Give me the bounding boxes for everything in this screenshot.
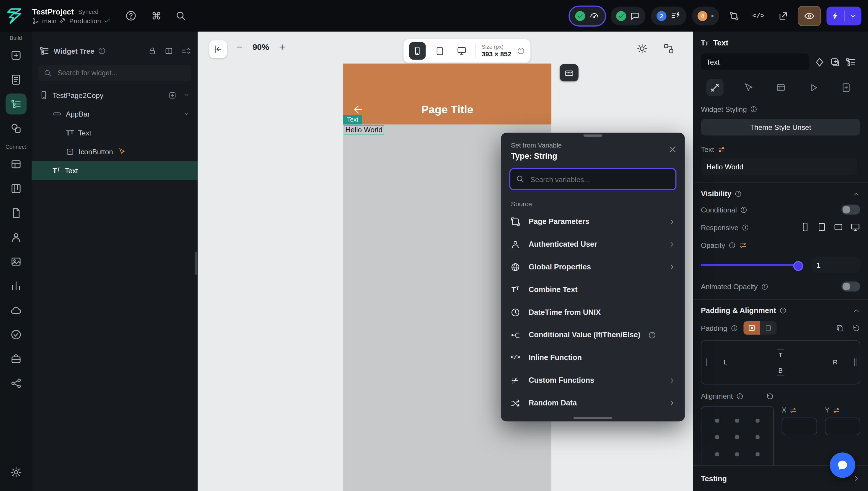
open-external-button[interactable] <box>773 6 792 25</box>
menu-item-authenticated-user[interactable]: Authenticated User <box>501 233 685 256</box>
zoom-level[interactable]: 90% <box>252 42 269 51</box>
modal-drag-handle[interactable] <box>584 134 602 136</box>
menu-item-inline-function[interactable]: </> Inline Function <box>501 346 685 369</box>
canvas-flow-icon[interactable] <box>663 43 674 54</box>
reset-padding-icon[interactable] <box>852 324 860 332</box>
layout-nav-icon[interactable] <box>3 176 28 201</box>
widget-name-input[interactable] <box>701 54 809 70</box>
info-icon[interactable] <box>779 307 786 314</box>
menu-item-conditional-value[interactable]: Conditional Value (If/Then/Else) <box>501 324 685 346</box>
testing-expand-icon[interactable] <box>852 474 860 482</box>
tree-row-text-selected[interactable]: TT Text <box>32 161 197 180</box>
padding-all-chip[interactable] <box>743 321 760 335</box>
support-chat-button[interactable] <box>830 452 855 478</box>
media-nav-icon[interactable] <box>3 249 28 273</box>
info-icon[interactable] <box>740 206 747 213</box>
branch-name[interactable]: main <box>42 17 56 25</box>
padding-left-field[interactable]: L <box>724 358 727 366</box>
panels-icon[interactable] <box>164 46 173 55</box>
responsive-desktop-icon[interactable] <box>850 222 860 232</box>
analytics-nav-icon[interactable] <box>3 274 28 298</box>
code-health-pill[interactable] <box>570 6 605 25</box>
issues-pill[interactable]: 4 <box>692 6 719 25</box>
padding-sides-chip[interactable] <box>760 321 777 335</box>
chevron-down-icon[interactable] <box>183 92 190 98</box>
widget-search-box[interactable] <box>38 65 191 81</box>
theme-diamond-button[interactable] <box>814 57 825 67</box>
close-icon[interactable] <box>668 145 677 154</box>
tree-row-iconbutton[interactable]: IconButton <box>32 142 197 161</box>
set-from-variable-icon[interactable] <box>832 406 840 414</box>
run-button[interactable] <box>826 6 861 25</box>
padding-bottom-field[interactable]: B <box>778 367 783 374</box>
branch-compare-button[interactable] <box>725 6 744 25</box>
opacity-slider-handle[interactable] <box>793 261 803 271</box>
keyboard-shortcuts-button[interactable] <box>560 64 578 81</box>
device-tablet-button[interactable] <box>431 42 448 60</box>
database-nav-icon[interactable] <box>3 152 28 176</box>
project-name[interactable]: TestProject <box>32 7 74 16</box>
info-icon[interactable] <box>98 47 105 55</box>
info-icon[interactable] <box>761 283 768 290</box>
files-nav-icon[interactable] <box>3 201 28 225</box>
info-icon[interactable] <box>742 224 749 231</box>
environment-name[interactable]: Production <box>69 17 101 25</box>
info-icon[interactable] <box>731 324 738 331</box>
tree-row-appbar-text[interactable]: TT Text <box>32 123 197 142</box>
zoom-out-button[interactable]: − <box>236 41 242 52</box>
padding-editor[interactable]: T B L R <box>701 340 860 384</box>
menu-item-custom-functions[interactable]: Custom Functions <box>501 369 685 392</box>
padding-collapse-icon[interactable] <box>852 307 860 314</box>
tab-data-icon[interactable] <box>772 79 789 96</box>
collapse-panel-button[interactable] <box>209 40 227 58</box>
device-desktop-button[interactable] <box>453 42 470 60</box>
responsive-phone-icon[interactable] <box>801 222 810 232</box>
theme-style-button[interactable]: Theme Style Unset <box>701 119 860 136</box>
padding-top-field[interactable]: T <box>779 351 783 359</box>
alignment-grid[interactable] <box>701 406 774 469</box>
conditional-toggle[interactable] <box>841 205 860 215</box>
tree-row-appbar[interactable]: AppBar <box>32 105 197 123</box>
alignment-x-input[interactable] <box>782 417 817 435</box>
copy-padding-icon[interactable] <box>836 324 844 332</box>
settings-icon[interactable] <box>3 460 28 484</box>
menu-item-combine-text[interactable]: TT Combine Text <box>501 278 685 301</box>
pages-nav-icon[interactable] <box>3 67 28 92</box>
set-from-variable-icon[interactable] <box>789 406 797 414</box>
variable-search-box[interactable] <box>509 168 676 190</box>
api-nav-icon[interactable] <box>3 371 28 395</box>
set-from-variable-icon[interactable] <box>717 145 726 154</box>
alignment-y-input[interactable] <box>825 417 860 435</box>
info-icon[interactable] <box>750 106 757 113</box>
lock-icon[interactable] <box>148 46 157 55</box>
menu-item-page-parameters[interactable]: Page Parameters <box>501 210 685 233</box>
menu-item-random-data[interactable]: Random Data <box>501 392 685 414</box>
comments-pill[interactable] <box>611 6 645 25</box>
tab-properties-icon[interactable] <box>706 79 724 96</box>
responsive-tablet-icon[interactable] <box>817 222 826 232</box>
tab-actions-icon[interactable] <box>739 79 756 96</box>
theme-mode-icon[interactable] <box>637 43 648 54</box>
convert-to-component-button[interactable] <box>830 57 841 67</box>
preview-eye-button[interactable] <box>798 6 821 26</box>
chevron-down-icon[interactable] <box>183 111 190 117</box>
widget-search-input[interactable] <box>56 68 169 77</box>
menu-item-datetime-unix[interactable]: DateTime from UNIX <box>501 301 685 324</box>
add-widget-nav-icon[interactable] <box>3 43 28 67</box>
visibility-collapse-icon[interactable] <box>852 190 860 198</box>
text-value-input[interactable] <box>701 158 857 175</box>
info-icon[interactable] <box>735 190 742 197</box>
opacity-value-input[interactable] <box>812 257 860 272</box>
selected-widget-badge[interactable]: Text <box>343 115 362 124</box>
info-icon[interactable] <box>729 242 736 249</box>
canvas-text-widget[interactable]: Hello World <box>344 125 384 135</box>
padding-right-field[interactable]: R <box>833 358 838 366</box>
run-chevron-down-icon[interactable] <box>849 12 857 20</box>
tree-row-page[interactable]: TestPage2Copy <box>32 86 197 105</box>
collapse-tree-icon[interactable] <box>181 46 190 55</box>
info-icon[interactable] <box>736 393 743 400</box>
tab-documentation-icon[interactable] <box>838 79 855 96</box>
modal-scroll-indicator[interactable] <box>573 417 612 419</box>
size-info-icon[interactable] <box>517 47 524 55</box>
briefcase-nav-icon[interactable] <box>3 347 28 371</box>
